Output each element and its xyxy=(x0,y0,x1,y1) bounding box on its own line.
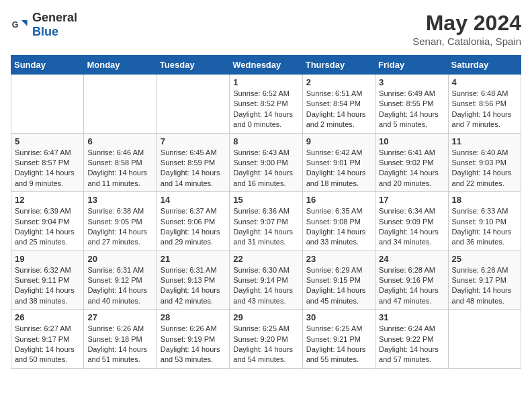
day-info: Sunrise: 6:24 AMSunset: 9:22 PMDaylight:… xyxy=(379,324,444,365)
day-cell: 26Sunrise: 6:27 AMSunset: 9:17 PMDayligh… xyxy=(11,310,84,369)
day-header-saturday: Saturday xyxy=(448,56,521,75)
day-number: 27 xyxy=(87,312,152,322)
day-cell: 9Sunrise: 6:42 AMSunset: 9:01 PMDaylight… xyxy=(302,133,375,192)
day-number: 7 xyxy=(161,136,226,146)
page-header: G General Blue May 2024 Senan, Catalonia… xyxy=(11,11,521,47)
day-info: Sunrise: 6:31 AMSunset: 9:12 PMDaylight:… xyxy=(87,265,152,307)
day-cell: 22Sunrise: 6:30 AMSunset: 9:14 PMDayligh… xyxy=(230,250,302,310)
day-number: 21 xyxy=(161,254,226,264)
day-number: 3 xyxy=(379,77,444,87)
day-number: 16 xyxy=(306,195,371,205)
day-header-tuesday: Tuesday xyxy=(157,56,229,75)
day-number: 8 xyxy=(233,136,298,146)
day-cell: 4Sunrise: 6:48 AMSunset: 8:56 PMDaylight… xyxy=(448,75,521,134)
day-info: Sunrise: 6:38 AMSunset: 9:05 PMDaylight:… xyxy=(87,206,152,248)
day-number: 28 xyxy=(161,312,226,322)
day-cell xyxy=(84,75,157,134)
day-number: 19 xyxy=(15,254,80,264)
day-cell: 3Sunrise: 6:49 AMSunset: 8:55 PMDaylight… xyxy=(375,75,448,134)
day-info: Sunrise: 6:51 AMSunset: 8:54 PMDaylight:… xyxy=(306,89,371,130)
day-number: 22 xyxy=(233,254,298,264)
day-info: Sunrise: 6:28 AMSunset: 9:17 PMDaylight:… xyxy=(452,265,517,307)
day-cell xyxy=(157,75,229,134)
day-header-friday: Friday xyxy=(375,56,448,75)
day-cell: 28Sunrise: 6:26 AMSunset: 9:19 PMDayligh… xyxy=(157,310,229,369)
day-number: 24 xyxy=(379,254,444,264)
day-info: Sunrise: 6:40 AMSunset: 9:03 PMDaylight:… xyxy=(452,148,517,189)
day-info: Sunrise: 6:45 AMSunset: 8:59 PMDaylight:… xyxy=(161,148,226,189)
svg-marker-1 xyxy=(21,20,28,26)
day-info: Sunrise: 6:35 AMSunset: 9:08 PMDaylight:… xyxy=(306,206,371,248)
calendar-table: SundayMondayTuesdayWednesdayThursdayFrid… xyxy=(11,55,521,369)
day-number: 20 xyxy=(87,254,152,264)
day-cell: 27Sunrise: 6:26 AMSunset: 9:18 PMDayligh… xyxy=(84,310,157,369)
day-cell: 30Sunrise: 6:25 AMSunset: 9:21 PMDayligh… xyxy=(302,310,375,369)
day-number: 1 xyxy=(233,77,298,87)
week-row-5: 26Sunrise: 6:27 AMSunset: 9:17 PMDayligh… xyxy=(11,310,521,369)
week-row-4: 19Sunrise: 6:32 AMSunset: 9:11 PMDayligh… xyxy=(11,250,521,310)
day-cell: 15Sunrise: 6:36 AMSunset: 9:07 PMDayligh… xyxy=(230,192,302,251)
day-info: Sunrise: 6:31 AMSunset: 9:13 PMDaylight:… xyxy=(161,265,226,307)
day-cell: 24Sunrise: 6:28 AMSunset: 9:16 PMDayligh… xyxy=(375,250,448,310)
day-cell: 12Sunrise: 6:39 AMSunset: 9:04 PMDayligh… xyxy=(11,192,84,251)
day-cell: 13Sunrise: 6:38 AMSunset: 9:05 PMDayligh… xyxy=(84,192,157,251)
day-info: Sunrise: 6:25 AMSunset: 9:20 PMDaylight:… xyxy=(233,324,298,365)
day-info: Sunrise: 6:26 AMSunset: 9:19 PMDaylight:… xyxy=(161,324,226,365)
day-header-monday: Monday xyxy=(84,56,157,75)
logo-text-blue: Blue xyxy=(32,25,58,38)
day-cell: 21Sunrise: 6:31 AMSunset: 9:13 PMDayligh… xyxy=(157,250,229,310)
day-info: Sunrise: 6:47 AMSunset: 8:57 PMDaylight:… xyxy=(15,148,80,189)
day-header-row: SundayMondayTuesdayWednesdayThursdayFrid… xyxy=(11,56,521,75)
day-number: 9 xyxy=(306,136,371,146)
day-cell: 18Sunrise: 6:33 AMSunset: 9:10 PMDayligh… xyxy=(448,192,521,251)
logo: G General Blue xyxy=(11,11,77,39)
day-number: 10 xyxy=(379,136,444,146)
day-cell: 2Sunrise: 6:51 AMSunset: 8:54 PMDaylight… xyxy=(302,75,375,134)
day-info: Sunrise: 6:36 AMSunset: 9:07 PMDaylight:… xyxy=(233,206,298,248)
day-info: Sunrise: 6:33 AMSunset: 9:10 PMDaylight:… xyxy=(452,206,517,248)
day-cell: 1Sunrise: 6:52 AMSunset: 8:52 PMDaylight… xyxy=(230,75,302,134)
day-info: Sunrise: 6:34 AMSunset: 9:09 PMDaylight:… xyxy=(379,206,444,248)
day-number: 11 xyxy=(452,136,517,146)
day-info: Sunrise: 6:42 AMSunset: 9:01 PMDaylight:… xyxy=(306,148,371,189)
day-info: Sunrise: 6:27 AMSunset: 9:17 PMDaylight:… xyxy=(15,324,80,365)
day-info: Sunrise: 6:48 AMSunset: 8:56 PMDaylight:… xyxy=(452,89,517,130)
day-info: Sunrise: 6:28 AMSunset: 9:16 PMDaylight:… xyxy=(379,265,444,307)
day-info: Sunrise: 6:46 AMSunset: 8:58 PMDaylight:… xyxy=(87,148,152,189)
day-cell: 5Sunrise: 6:47 AMSunset: 8:57 PMDaylight… xyxy=(11,133,84,192)
day-info: Sunrise: 6:43 AMSunset: 9:00 PMDaylight:… xyxy=(233,148,298,189)
day-cell xyxy=(11,75,84,134)
day-number: 31 xyxy=(379,312,444,322)
day-number: 18 xyxy=(452,195,517,205)
day-cell: 29Sunrise: 6:25 AMSunset: 9:20 PMDayligh… xyxy=(230,310,302,369)
day-info: Sunrise: 6:29 AMSunset: 9:15 PMDaylight:… xyxy=(306,265,371,307)
day-number: 6 xyxy=(87,136,152,146)
subtitle: Senan, Catalonia, Spain xyxy=(412,36,521,47)
day-number: 14 xyxy=(161,195,226,205)
day-cell: 16Sunrise: 6:35 AMSunset: 9:08 PMDayligh… xyxy=(302,192,375,251)
day-number: 29 xyxy=(233,312,298,322)
day-cell: 25Sunrise: 6:28 AMSunset: 9:17 PMDayligh… xyxy=(448,250,521,310)
day-number: 23 xyxy=(306,254,371,264)
day-info: Sunrise: 6:25 AMSunset: 9:21 PMDaylight:… xyxy=(306,324,371,365)
day-cell: 14Sunrise: 6:37 AMSunset: 9:06 PMDayligh… xyxy=(157,192,229,251)
day-number: 12 xyxy=(15,195,80,205)
day-number: 17 xyxy=(379,195,444,205)
day-cell: 11Sunrise: 6:40 AMSunset: 9:03 PMDayligh… xyxy=(448,133,521,192)
day-number: 5 xyxy=(15,136,80,146)
day-number: 25 xyxy=(452,254,517,264)
day-info: Sunrise: 6:52 AMSunset: 8:52 PMDaylight:… xyxy=(233,89,298,130)
day-number: 13 xyxy=(87,195,152,205)
day-cell: 7Sunrise: 6:45 AMSunset: 8:59 PMDaylight… xyxy=(157,133,229,192)
day-cell: 8Sunrise: 6:43 AMSunset: 9:00 PMDaylight… xyxy=(230,133,302,192)
day-cell: 19Sunrise: 6:32 AMSunset: 9:11 PMDayligh… xyxy=(11,250,84,310)
logo-text-general: General xyxy=(32,11,77,24)
day-header-wednesday: Wednesday xyxy=(230,56,302,75)
day-info: Sunrise: 6:30 AMSunset: 9:14 PMDaylight:… xyxy=(233,265,298,307)
day-header-thursday: Thursday xyxy=(302,56,375,75)
title-block: May 2024 Senan, Catalonia, Spain xyxy=(412,11,521,47)
day-number: 26 xyxy=(15,312,80,322)
week-row-3: 12Sunrise: 6:39 AMSunset: 9:04 PMDayligh… xyxy=(11,192,521,251)
main-title: May 2024 xyxy=(412,11,521,36)
day-number: 2 xyxy=(306,77,371,87)
